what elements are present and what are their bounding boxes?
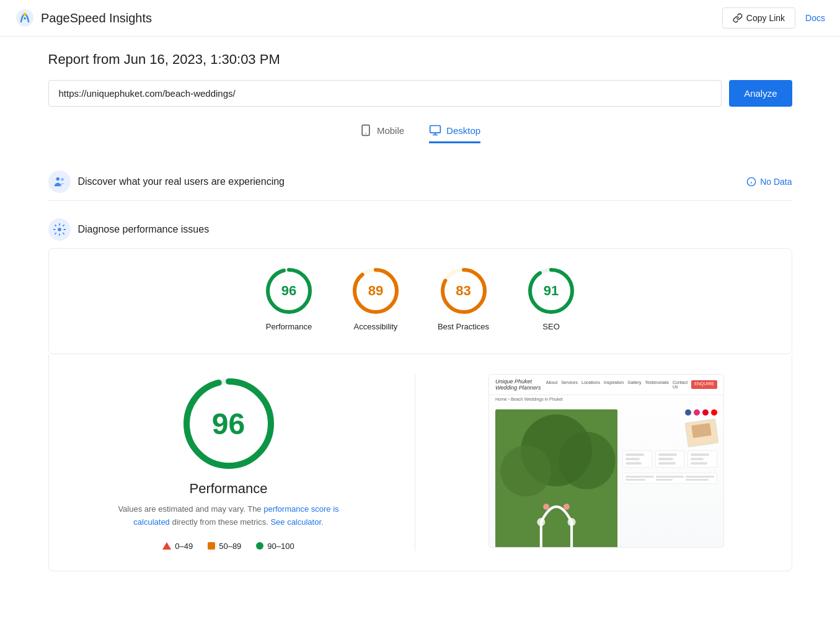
crux-icon xyxy=(48,171,71,193)
legend-item-orange: 50–89 xyxy=(208,542,241,551)
analyze-button[interactable]: Analyze xyxy=(729,80,792,107)
mock-card-3 xyxy=(687,450,717,468)
scores-panel: 96 Performance 89 Accessibility xyxy=(48,248,792,354)
app-header: PageSpeed Insights Copy Link Docs xyxy=(0,0,840,37)
diagnose-label: Diagnose performance issues xyxy=(78,224,210,235)
gear-icon xyxy=(53,223,66,236)
score-value-best-practices: 83 xyxy=(456,283,471,299)
desktop-icon xyxy=(429,124,441,136)
tab-switcher: Mobile Desktop xyxy=(48,124,792,143)
svg-point-7 xyxy=(56,177,60,181)
mock-nav-links: About Services Locations Inspiration Gal… xyxy=(546,380,717,389)
mock-postcard xyxy=(684,419,718,448)
score-circle-best-practices: 83 xyxy=(439,266,489,316)
mock-nav: Unique Phuket Wedding Planners About Ser… xyxy=(489,375,723,395)
mock-hero xyxy=(489,403,723,548)
legend-triangle-icon xyxy=(162,542,171,550)
mobile-icon xyxy=(360,124,372,136)
users-icon xyxy=(53,175,66,189)
app-title: PageSpeed Insights xyxy=(41,11,152,25)
header-right: Copy Link Docs xyxy=(722,7,825,29)
score-value-accessibility: 89 xyxy=(368,283,383,299)
mock-addr-1 xyxy=(626,476,654,481)
mock-card-row-1 xyxy=(622,450,717,468)
legend-range-high: 90–100 xyxy=(267,542,294,551)
diagnose-icon xyxy=(48,218,71,241)
instagram-icon-mock xyxy=(694,409,700,416)
crux-no-data: No Data xyxy=(746,177,792,187)
score-label-best-practices: Best Practices xyxy=(438,322,489,331)
perf-right: Unique Phuket Wedding Planners About Ser… xyxy=(446,374,767,548)
perf-desc-period: . xyxy=(321,517,324,527)
perf-title: Performance xyxy=(190,481,268,497)
legend-item-red: 0–49 xyxy=(162,542,193,551)
perf-large-circle: 96 xyxy=(179,374,278,473)
svg-point-25 xyxy=(500,445,551,497)
facebook-icon-mock xyxy=(685,409,691,416)
crux-section-row: Discover what your real users are experi… xyxy=(48,163,792,201)
url-input[interactable] xyxy=(48,80,722,107)
legend-square-icon xyxy=(208,542,215,550)
mock-right-col xyxy=(622,409,717,548)
score-item-best-practices[interactable]: 83 Best Practices xyxy=(438,266,489,331)
svg-point-30 xyxy=(564,504,570,510)
info-icon xyxy=(746,177,756,187)
mock-social-row xyxy=(622,409,717,416)
mock-card-2 xyxy=(655,450,685,468)
score-item-performance[interactable]: 96 Performance xyxy=(264,266,314,331)
perf-large-score: 96 xyxy=(212,407,245,441)
tab-desktop[interactable]: Desktop xyxy=(429,124,480,143)
score-label-performance: Performance xyxy=(266,322,312,331)
mock-logo: Unique Phuket Wedding Planners xyxy=(495,378,546,391)
header-left: PageSpeed Insights xyxy=(15,8,152,28)
svg-point-28 xyxy=(567,518,575,526)
see-calculator-link[interactable]: See calculator xyxy=(270,517,321,527)
legend-item-green: 90–100 xyxy=(256,542,294,551)
youtube-icon-mock xyxy=(711,409,717,416)
diagnose-section-row: Diagnose performance issues xyxy=(48,211,792,248)
tab-desktop-label: Desktop xyxy=(446,125,480,136)
score-label-accessibility: Accessibility xyxy=(354,322,398,331)
no-data-label: No Data xyxy=(760,177,792,187)
legend-row: 0–49 50–89 90–100 xyxy=(162,542,294,551)
screenshot-mockup: Unique Phuket Wedding Planners About Ser… xyxy=(489,375,723,547)
score-circle-seo: 91 xyxy=(526,266,576,316)
legend-range-mid: 50–89 xyxy=(219,542,241,551)
score-item-seo[interactable]: 91 SEO xyxy=(526,266,576,331)
svg-point-8 xyxy=(61,178,64,181)
svg-point-1 xyxy=(24,13,27,16)
perf-desc-text1: Values are estimated and may vary. The xyxy=(118,504,263,514)
svg-rect-4 xyxy=(430,126,441,133)
mock-breadcrumb: Home › Beach Weddings in Phuket xyxy=(489,395,723,403)
score-circle-accessibility: 89 xyxy=(351,266,400,316)
perf-desc-text2: directly from these metrics. xyxy=(170,517,271,527)
vertical-divider xyxy=(415,374,415,551)
mock-image xyxy=(495,409,617,548)
mock-addr-2 xyxy=(656,476,684,481)
legend-range-low: 0–49 xyxy=(175,542,193,551)
mock-card-1 xyxy=(622,450,652,468)
score-value-performance: 96 xyxy=(281,283,296,299)
perf-detail-section: 96 Performance Values are estimated and … xyxy=(48,354,792,571)
score-label-seo: SEO xyxy=(542,322,559,331)
url-row: Analyze xyxy=(48,80,792,107)
main-content: Report from Jun 16, 2023, 1:30:03 PM Ana… xyxy=(24,37,817,586)
scores-row: 96 Performance 89 Accessibility xyxy=(61,266,779,331)
report-title: Report from Jun 16, 2023, 1:30:03 PM xyxy=(48,51,792,68)
copy-link-button[interactable]: Copy Link xyxy=(722,7,795,29)
tab-mobile-label: Mobile xyxy=(377,125,404,136)
copy-link-label: Copy Link xyxy=(746,13,785,23)
perf-left: 96 Performance Values are estimated and … xyxy=(74,374,384,551)
svg-point-12 xyxy=(58,228,61,231)
score-circle-performance: 96 xyxy=(264,266,314,316)
perf-description: Values are estimated and may vary. The p… xyxy=(111,503,347,529)
legend-dot-icon xyxy=(256,542,263,550)
crux-label: Discover what your real users are experi… xyxy=(78,176,285,187)
svg-point-26 xyxy=(559,432,616,489)
pinterest-icon-mock xyxy=(702,409,709,416)
score-item-accessibility[interactable]: 89 Accessibility xyxy=(351,266,400,331)
score-value-seo: 91 xyxy=(544,283,559,299)
docs-link[interactable]: Docs xyxy=(805,13,825,23)
mock-addr-3 xyxy=(686,476,714,481)
tab-mobile[interactable]: Mobile xyxy=(360,124,404,143)
